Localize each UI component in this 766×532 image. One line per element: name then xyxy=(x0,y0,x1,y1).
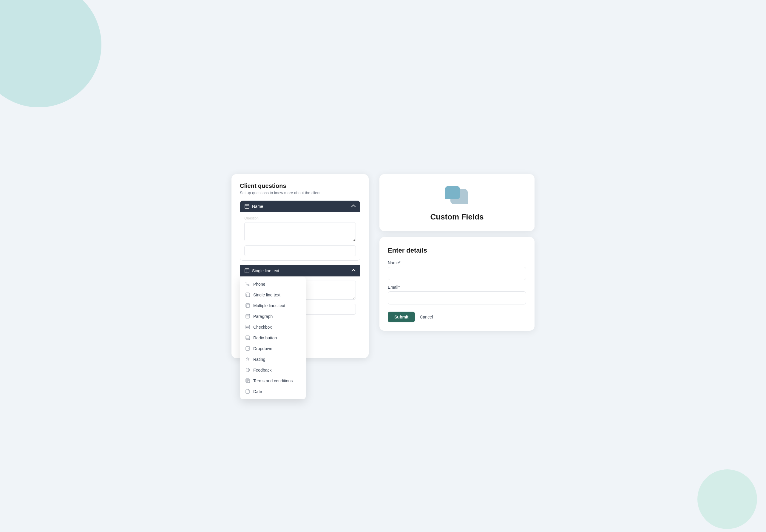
dropdown-item-multiline[interactable]: Multiple lines text xyxy=(240,300,306,311)
partial-label: Question xyxy=(244,216,356,220)
dropdown-item-phone-label: Phone xyxy=(253,282,265,287)
svg-point-18 xyxy=(246,327,247,328)
dropdown-item-multiline-label: Multiple lines text xyxy=(253,303,285,308)
phone-icon xyxy=(245,282,250,287)
bg-circle-teal-sm xyxy=(697,469,757,529)
email-input[interactable] xyxy=(388,291,526,304)
rating-icon xyxy=(245,357,250,362)
question-header-name-label: Name xyxy=(252,204,263,209)
bg-circle-teal xyxy=(0,0,101,107)
radio-icon xyxy=(245,335,250,341)
dropdown-item-rating-label: Rating xyxy=(253,357,265,362)
dropdown-item-date-label: Date xyxy=(253,389,262,394)
dropdown-item-terms-label: Terms and conditions xyxy=(253,378,293,383)
custom-fields-icon xyxy=(445,186,469,207)
dropdown-item-date[interactable]: Date xyxy=(240,386,306,397)
table-icon xyxy=(244,204,250,209)
svg-point-22 xyxy=(246,338,247,338)
multi-line-text-icon xyxy=(245,303,250,308)
dropdown-item-radio-label: Radio button xyxy=(253,335,277,340)
dropdown-item-checkbox-label: Checkbox xyxy=(253,325,272,330)
custom-fields-title: Custom Fields xyxy=(430,212,484,222)
paragraph-icon xyxy=(245,314,250,319)
svg-rect-12 xyxy=(246,314,250,318)
dropdown-item-feedback[interactable]: Feedback xyxy=(240,365,306,375)
bubble-front xyxy=(445,186,460,199)
email-label: Email* xyxy=(388,285,526,290)
svg-rect-3 xyxy=(245,269,249,273)
question-textarea-name[interactable] xyxy=(244,222,356,241)
dropdown-item-singleline-label: Single line text xyxy=(253,293,280,297)
dropdown-menu: Phone Single line text xyxy=(240,276,306,399)
svg-point-26 xyxy=(246,368,249,372)
form-actions: Submit Cancel xyxy=(388,312,526,322)
name-input[interactable] xyxy=(388,267,526,280)
date-icon xyxy=(245,389,250,394)
question-header-2-label: Single line text xyxy=(252,268,279,273)
svg-rect-24 xyxy=(246,347,250,350)
enter-details-card: Enter details Name* Email* Submit Cancel xyxy=(379,237,535,331)
dropdown-item-radio[interactable]: Radio button xyxy=(240,333,306,343)
dropdown-item-paragraph-label: Paragraph xyxy=(253,314,273,319)
dropdown-item-terms[interactable]: Terms and conditions xyxy=(240,375,306,386)
question-block-2: Single line text Phone xyxy=(240,265,360,319)
question-header-name: Name xyxy=(240,201,360,212)
custom-fields-card: Custom Fields xyxy=(379,174,535,231)
dropdown-item-checkbox[interactable]: Checkbox xyxy=(240,322,306,333)
dropdown-item-singleline[interactable]: Single line text xyxy=(240,290,306,300)
dropdown-item-dropdown[interactable]: Dropdown xyxy=(240,343,306,354)
terms-icon xyxy=(245,378,250,383)
left-panel: Client questions Set up questions to kno… xyxy=(231,174,369,358)
panel-subtitle: Set up questions to know more about the … xyxy=(240,191,360,195)
submit-button[interactable]: Submit xyxy=(388,312,415,322)
cancel-button[interactable]: Cancel xyxy=(420,315,433,319)
chevron-up-icon-2[interactable] xyxy=(351,268,356,273)
svg-rect-33 xyxy=(246,390,250,393)
question-input-name[interactable] xyxy=(244,245,356,256)
name-label: Name* xyxy=(388,260,526,265)
enter-details-title: Enter details xyxy=(388,247,526,254)
dropdown-item-paragraph[interactable]: Paragraph xyxy=(240,311,306,322)
dropdown-field-icon xyxy=(245,346,250,351)
svg-rect-0 xyxy=(245,204,249,208)
single-line-icon-header xyxy=(244,268,250,273)
dropdown-item-feedback-label: Feedback xyxy=(253,368,271,372)
right-column: Custom Fields Enter details Name* Email*… xyxy=(379,174,535,331)
svg-rect-20 xyxy=(246,336,250,340)
svg-rect-16 xyxy=(246,325,250,329)
panel-title: Client questions xyxy=(240,183,360,189)
checkbox-icon xyxy=(245,324,250,330)
question-header-2: Single line text xyxy=(240,265,360,276)
page-container: Client questions Set up questions to kno… xyxy=(220,162,546,370)
svg-rect-6 xyxy=(246,293,250,297)
chevron-up-icon[interactable] xyxy=(351,204,356,209)
question-body-name: Question xyxy=(240,212,360,260)
question-block-name: Name Question xyxy=(240,200,360,261)
svg-rect-9 xyxy=(246,304,250,307)
svg-point-28 xyxy=(248,369,248,370)
feedback-icon xyxy=(245,367,250,373)
dropdown-item-dropdown-label: Dropdown xyxy=(253,346,272,351)
question-body-2: Phone Single line text xyxy=(240,276,360,319)
dropdown-item-phone[interactable]: Phone xyxy=(240,279,306,290)
svg-point-27 xyxy=(247,369,247,370)
single-line-text-icon xyxy=(245,292,250,298)
dropdown-item-rating[interactable]: Rating xyxy=(240,354,306,365)
svg-rect-29 xyxy=(246,379,250,383)
